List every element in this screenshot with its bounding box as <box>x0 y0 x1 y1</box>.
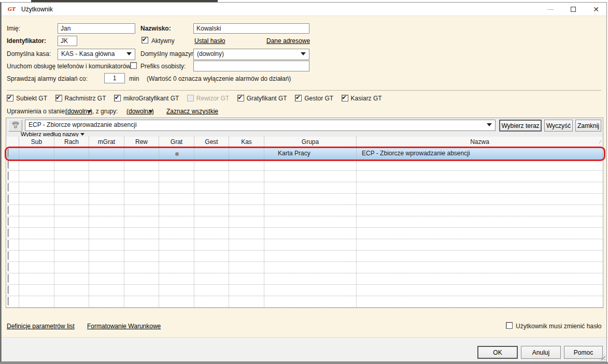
table-row[interactable] <box>6 194 603 205</box>
chevron-down-icon <box>301 52 306 55</box>
chevron-down-icon[interactable] <box>88 110 92 113</box>
row-checkbox[interactable] <box>8 217 9 226</box>
table-row-highlighted[interactable]: Karta Pracy ECP - Zbiorcze wprowadzanie … <box>6 148 603 159</box>
col-header-sub[interactable]: Sub <box>19 137 54 148</box>
rewizor-checkbox <box>187 95 194 101</box>
col-header-nazwa[interactable]: Nazwa∕ <box>357 137 603 148</box>
help-button[interactable]: Pomoc <box>564 346 603 359</box>
list-parameter-definitions-link[interactable]: Definicje parametrów list <box>7 323 75 330</box>
subiekt-checkbox[interactable] <box>7 95 13 101</box>
col-header-grat[interactable]: Grat <box>159 137 194 148</box>
kasiarz-label: Kasiarz GT <box>351 95 382 102</box>
chevron-down-icon <box>487 123 492 126</box>
identifier-input[interactable] <box>58 36 77 46</box>
gt-app-icon: GT <box>8 6 17 13</box>
must-change-password-checkbox[interactable] <box>506 322 513 329</box>
table-row[interactable] <box>6 262 603 273</box>
select-all-link[interactable]: Zaznacz wszystkie <box>166 108 218 115</box>
window-title: Użytkownik <box>21 6 53 13</box>
cancel-button[interactable]: Anuluj <box>521 346 561 359</box>
alarm-check-label: Sprawdzaj alarmy działań co: <box>7 75 88 82</box>
table-row[interactable] <box>6 228 603 239</box>
kasiarz-checkbox[interactable] <box>342 95 348 101</box>
row-checkbox[interactable] <box>8 229 9 237</box>
table-row[interactable] <box>6 273 603 285</box>
col-header-rach[interactable]: Rach <box>54 137 89 148</box>
ok-button[interactable]: OK <box>477 346 518 359</box>
alarm-interval-input[interactable] <box>104 73 125 83</box>
table-row[interactable] <box>6 182 603 194</box>
clear-button[interactable]: Wyczyść <box>544 120 573 132</box>
row-checkbox[interactable] <box>8 161 9 169</box>
table-row[interactable] <box>6 239 603 251</box>
gestor-label: Gestor GT <box>304 95 333 102</box>
permission-search-value: ECP - Zbiorcze wprowadzanie absencji <box>29 121 137 128</box>
row-checkbox[interactable] <box>8 297 9 305</box>
conditional-formatting-link[interactable]: Formatowanie Warunkowe <box>87 323 161 330</box>
first-name-input[interactable] <box>58 23 135 34</box>
table-rows: Karta Pracy ECP - Zbiorcze wprowadzanie … <box>6 148 603 308</box>
col-header-grupa[interactable]: Grupa <box>264 137 357 148</box>
filter-bar: ECP - Zbiorcze wprowadzanie absencji Wyb… <box>6 118 603 137</box>
chevron-down-icon[interactable] <box>149 110 153 113</box>
cell-mgrat <box>89 148 124 159</box>
col-header-mgrat[interactable]: mGrat <box>89 137 124 148</box>
table-row[interactable] <box>6 171 603 182</box>
rachmistrz-checkbox[interactable] <box>55 95 62 101</box>
active-checkbox[interactable] <box>142 37 148 43</box>
phone-support-checkbox[interactable] <box>130 62 137 69</box>
col-header-gest[interactable]: Gest <box>194 137 229 148</box>
mikrogratyfikant-checkbox[interactable] <box>114 95 121 101</box>
choose-now-button[interactable]: Wybierz teraz <box>499 120 542 132</box>
row-checkbox[interactable] <box>8 274 9 283</box>
maximize-icon[interactable] <box>563 3 584 16</box>
phone-support-label: Uruchom obsługę telefonów i komunikatoró… <box>7 63 131 70</box>
cell-kas <box>229 148 264 159</box>
table-row[interactable] <box>6 216 603 228</box>
funnel-filter-button[interactable] <box>8 120 22 132</box>
dialog-footer: OK Anuluj Pomoc <box>2 337 606 361</box>
row-checkbox[interactable] <box>8 149 9 157</box>
gestor-checkbox[interactable] <box>295 95 302 101</box>
default-cash-select[interactable]: KAS - Kasa główna <box>58 49 135 60</box>
title-bar[interactable]: GT Użytkownik — ✕ <box>2 3 606 16</box>
col-header-checkbox[interactable] <box>6 137 19 148</box>
personal-prefix-input[interactable] <box>193 61 309 71</box>
table-row[interactable] <box>6 159 603 171</box>
close-icon[interactable]: ✕ <box>586 3 606 16</box>
permission-search-combo[interactable]: ECP - Zbiorcze wprowadzanie absencji <box>25 120 496 131</box>
personal-prefix-label: Prefiks osobisty: <box>140 63 186 70</box>
col-header-rew[interactable]: Rew <box>124 137 159 148</box>
close-filter-button[interactable]: Zamknij <box>575 120 601 132</box>
last-name-input[interactable] <box>193 23 309 34</box>
rewizor-label: Rewizor GT <box>196 95 229 102</box>
sort-indicator-icon: ∕ <box>600 137 601 148</box>
group-separator-label: , z grupy: <box>92 108 118 115</box>
background-window-remnant-bottom <box>0 362 608 364</box>
row-checkbox[interactable] <box>8 286 9 294</box>
cell-grupa: Karta Pracy <box>264 148 357 159</box>
row-checkbox[interactable] <box>8 240 9 249</box>
address-data-link[interactable]: Dane adresowe <box>266 37 310 45</box>
identifier-label: Identyfikator: <box>7 37 46 45</box>
cell-rew <box>124 148 159 159</box>
row-checkbox[interactable] <box>8 206 9 214</box>
cell-gest <box>194 148 229 159</box>
col-header-kas[interactable]: Kas <box>229 137 264 148</box>
set-password-link[interactable]: Ustal hasło <box>194 37 225 45</box>
table-row[interactable] <box>6 205 603 216</box>
row-checkbox[interactable] <box>8 183 9 192</box>
row-checkbox[interactable] <box>8 172 9 180</box>
cell-nazwa: ECP - Zbiorcze wprowadzanie absencji <box>357 148 603 159</box>
row-checkbox[interactable] <box>8 195 9 203</box>
row-checkbox[interactable] <box>8 252 9 260</box>
table-row[interactable] <box>6 285 603 296</box>
default-warehouse-label: Domyślny magazyn: <box>140 50 196 57</box>
alarm-hint: (Wartość 0 oznacza wyłączenie alarmów do… <box>147 75 291 82</box>
grat-permission-dot <box>175 152 179 156</box>
row-checkbox[interactable] <box>8 263 9 271</box>
table-row[interactable] <box>6 251 603 262</box>
gratyfikant-checkbox[interactable] <box>237 95 244 101</box>
default-warehouse-select[interactable]: (dowolny) <box>193 49 309 60</box>
table-row[interactable] <box>6 296 603 308</box>
